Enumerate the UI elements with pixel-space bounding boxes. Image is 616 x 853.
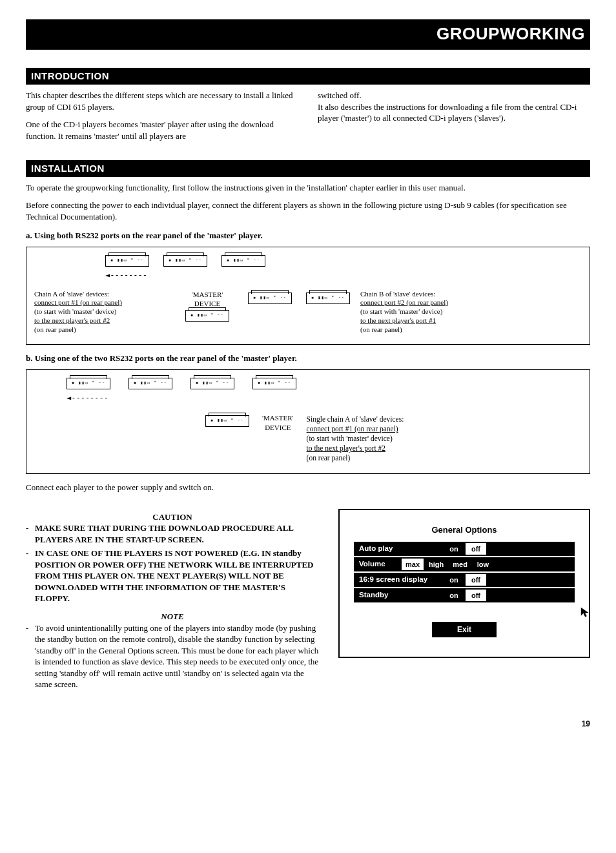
diagram-b: ▪ ▮▮▭ ° ·· ▪ ▮▮▭ ° ·· ▪ ▮▮▭ ° ·· ▪ ▮▮▭ °… xyxy=(26,369,590,474)
chain-b-line: connect port #2 (on rear panel) xyxy=(360,298,493,307)
intro-columns: This chapter describes the different ste… xyxy=(26,90,590,141)
option-med[interactable]: med xyxy=(447,559,471,570)
chain-b-line: Chain B of 'slave' devices: xyxy=(360,290,493,299)
option-on[interactable]: on xyxy=(442,574,464,586)
install-p1: To operate the groupworking functionalit… xyxy=(26,182,590,194)
option-high[interactable]: high xyxy=(424,559,447,570)
arrow-left-icon: ◄-------- xyxy=(67,393,108,402)
device-icon: ▪ ▮▮▭ ° ·· xyxy=(221,255,265,267)
install-p2: Before connecting the power to each indi… xyxy=(26,200,590,222)
section-heading-introduction: INTRODUCTION xyxy=(26,68,590,85)
device-icon: ▪ ▮▮▭ ° ·· xyxy=(185,310,229,322)
option-row-volume: Volume max high med low xyxy=(354,557,575,571)
intro-col2-p2: It also describes the instructions for d… xyxy=(318,101,590,124)
screen-title: General Options xyxy=(354,524,575,536)
page-banner: GROUPWORKING xyxy=(26,19,590,50)
caution-item: MAKE SURE THAT DURING THE DOWNLOAD PROCE… xyxy=(26,522,319,545)
option-label: Volume xyxy=(355,559,400,570)
chain-a-line: to the next player's port #2 xyxy=(34,316,167,325)
page-number: 19 xyxy=(26,719,590,729)
option-off[interactable]: off xyxy=(464,543,486,555)
chain-b-line: (to start with 'master' device) xyxy=(360,307,493,316)
chain-a-line: (on rear panel) xyxy=(34,325,167,334)
arrow-left-icon: ◄-------- xyxy=(105,271,147,280)
intro-col2-p1: switched off. xyxy=(318,90,590,101)
general-options-screen: General Options Auto play on off Volume … xyxy=(338,509,590,659)
intro-col1-p1: This chapter describes the different ste… xyxy=(26,90,298,112)
install-post-b: Connect each player to the power supply … xyxy=(26,482,590,493)
diagram-b-caption: b. Using one of the two RS232 ports on t… xyxy=(26,353,590,364)
option-label: Standby xyxy=(355,590,442,601)
option-label: 16:9 screen display xyxy=(355,574,442,586)
device-icon: ▪ ▮▮▭ ° ·· xyxy=(128,378,172,389)
single-chain-line: (on rear panel) xyxy=(307,453,446,463)
svg-marker-0 xyxy=(581,608,589,617)
master-label: 'MASTER' xyxy=(262,413,294,423)
device-icon: ▪ ▮▮▭ ° ·· xyxy=(248,293,292,304)
single-chain-line: (to start with 'master' device) xyxy=(307,434,446,444)
single-chain-line: Single chain A of 'slave' devices: xyxy=(307,415,446,424)
device-icon: ▪ ▮▮▭ ° ·· xyxy=(105,255,149,267)
note-item: To avoid unintentionalilly putting one o… xyxy=(26,622,319,690)
diagram-a: ▪ ▮▮▭ ° ·· ▪ ▮▮▭ ° ·· ▪ ▮▮▭ ° ·· ◄------… xyxy=(26,247,590,345)
option-row-standby: Standby on off xyxy=(354,588,575,602)
option-row-autoplay: Auto play on off xyxy=(354,542,575,556)
chain-a-line: Chain A of 'slave' devices: xyxy=(34,290,167,299)
option-label: Auto play xyxy=(355,543,442,555)
section-heading-installation: INSTALLATION xyxy=(26,160,590,177)
device-icon: ▪ ▮▮▭ ° ·· xyxy=(190,378,234,389)
option-off[interactable]: off xyxy=(464,590,486,601)
device-icon: ▪ ▮▮▭ ° ·· xyxy=(163,255,207,267)
option-on[interactable]: on xyxy=(442,590,464,601)
intro-col1-p2: One of the CD-i players becomes 'master'… xyxy=(26,119,298,141)
single-chain-line: to the next player's port #2 xyxy=(307,444,446,453)
option-off[interactable]: off xyxy=(464,574,486,586)
caution-title: CAUTION xyxy=(26,511,319,523)
option-max[interactable]: max xyxy=(400,559,424,570)
diagram-a-caption: a. Using both RS232 ports on the rear pa… xyxy=(26,230,590,242)
single-chain-line: connect port #1 (on rear panel) xyxy=(307,424,446,434)
chain-b-line: (on rear panel) xyxy=(360,325,493,334)
master-label: 'MASTER' xyxy=(177,290,238,300)
master-label: DEVICE xyxy=(262,423,294,433)
device-icon: ▪ ▮▮▭ ° ·· xyxy=(306,293,350,304)
chain-b-line: to the next player's port #1 xyxy=(360,316,493,325)
caution-item: IN CASE ONE OF THE PLAYERS IS NOT POWERE… xyxy=(26,548,319,604)
note-title: NOTE xyxy=(26,611,319,622)
chain-a-line: (to start with 'master' device) xyxy=(34,307,167,316)
exit-button[interactable]: Exit xyxy=(432,622,497,637)
option-row-aspect: 16:9 screen display on off xyxy=(354,573,575,587)
option-on[interactable]: on xyxy=(442,543,464,555)
device-icon: ▪ ▮▮▭ ° ·· xyxy=(252,378,296,389)
device-icon: ▪ ▮▮▭ ° ·· xyxy=(205,415,249,427)
option-low[interactable]: low xyxy=(471,559,493,570)
device-icon: ▪ ▮▮▭ ° ·· xyxy=(67,378,110,389)
chain-a-line: connect port #1 (on rear panel) xyxy=(34,298,167,307)
